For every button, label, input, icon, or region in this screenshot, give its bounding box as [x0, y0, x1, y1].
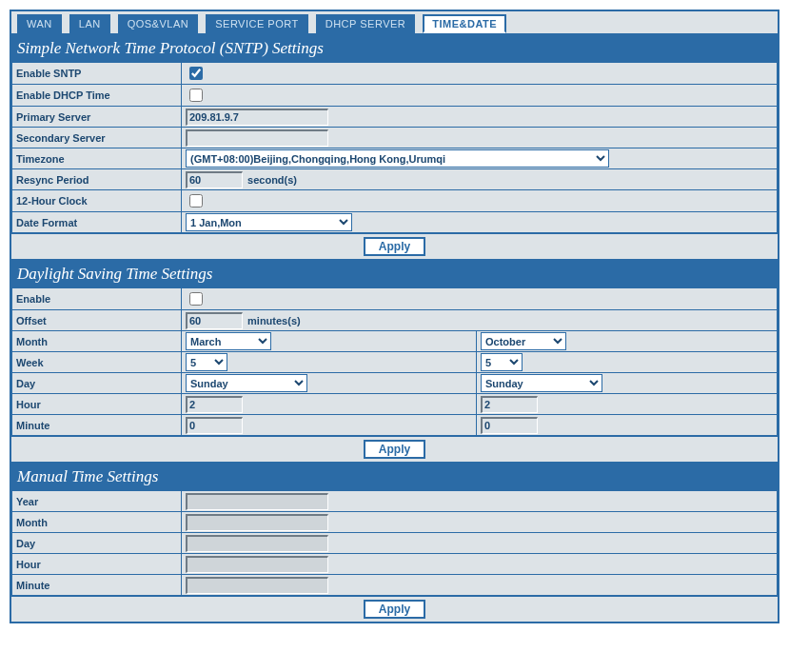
- manual-header: Manual Time Settings: [11, 462, 778, 490]
- manual-table: Year Month Day Hour Minute: [11, 490, 778, 596]
- manual-day-input[interactable]: [186, 535, 328, 552]
- dst-week-label: Week: [12, 352, 182, 373]
- hour12-label: 12-Hour Clock: [12, 190, 182, 212]
- dst-minute-label: Minute: [12, 415, 182, 436]
- resync-suffix: second(s): [247, 174, 297, 186]
- manual-year-input[interactable]: [186, 493, 328, 510]
- sntp-apply-button[interactable]: Apply: [364, 237, 425, 256]
- sntp-button-row: Apply: [11, 233, 778, 259]
- dst-hour-label: Hour: [12, 394, 182, 415]
- manual-button-row: Apply: [11, 596, 778, 622]
- dst-enable-label: Enable: [12, 288, 182, 310]
- secondary-server-label: Secondary Server: [12, 128, 182, 148]
- hour12-checkbox[interactable]: [189, 194, 203, 208]
- manual-apply-button[interactable]: Apply: [364, 600, 425, 619]
- sntp-table: Enable SNTP Enable DHCP Time Primary Ser…: [11, 62, 778, 233]
- manual-year-label: Year: [12, 491, 182, 512]
- dst-week-start-select[interactable]: 5: [186, 353, 227, 371]
- dst-day-start-select[interactable]: Sunday: [186, 374, 307, 392]
- tab-dhcpserver[interactable]: DHCP SERVER: [316, 14, 416, 33]
- dst-header: Daylight Saving Time Settings: [11, 259, 778, 287]
- dst-table: Enable Offset minutes(s) Month March Oct…: [11, 287, 778, 436]
- manual-hour-input[interactable]: [186, 556, 328, 573]
- dst-month-label: Month: [12, 331, 182, 352]
- resync-input[interactable]: [186, 171, 243, 188]
- dst-day-label: Day: [12, 373, 182, 394]
- dst-hour-start-input[interactable]: [186, 396, 243, 413]
- manual-month-label: Month: [12, 512, 182, 533]
- date-format-select[interactable]: 1 Jan,Mon: [186, 213, 352, 231]
- dst-hour-end-input[interactable]: [481, 396, 538, 413]
- timezone-select[interactable]: (GMT+08:00)Beijing,Chongqing,Hong Kong,U…: [186, 149, 609, 168]
- tab-qosvlan[interactable]: QOS&VLAN: [118, 14, 199, 33]
- dst-month-end-select[interactable]: October: [481, 332, 566, 350]
- dst-minute-start-input[interactable]: [186, 417, 243, 434]
- dst-month-start-select[interactable]: March: [186, 332, 271, 350]
- timezone-label: Timezone: [12, 148, 182, 169]
- page-container: WAN LAN QOS&VLAN SERVICE PORT DHCP SERVE…: [10, 10, 779, 623]
- enable-sntp-label: Enable SNTP: [12, 63, 182, 85]
- manual-hour-label: Hour: [12, 554, 182, 575]
- manual-minute-input[interactable]: [186, 577, 328, 594]
- manual-month-input[interactable]: [186, 514, 328, 531]
- tab-bar: WAN LAN QOS&VLAN SERVICE PORT DHCP SERVE…: [11, 11, 778, 33]
- manual-minute-label: Minute: [12, 575, 182, 596]
- enable-sntp-checkbox[interactable]: [189, 67, 203, 80]
- enable-dhcp-time-label: Enable DHCP Time: [12, 85, 182, 107]
- dst-button-row: Apply: [11, 436, 778, 462]
- tab-timedate[interactable]: TIME&DATE: [423, 14, 506, 33]
- resync-label: Resync Period: [12, 169, 182, 190]
- dst-day-end-select[interactable]: Sunday: [481, 374, 602, 392]
- enable-dhcp-time-checkbox[interactable]: [189, 89, 203, 102]
- dst-minute-end-input[interactable]: [481, 417, 538, 434]
- dst-apply-button[interactable]: Apply: [364, 440, 425, 459]
- primary-server-input[interactable]: [186, 109, 328, 126]
- dst-week-end-select[interactable]: 5: [481, 353, 523, 371]
- secondary-server-input[interactable]: [186, 129, 328, 147]
- sntp-header: Simple Network Time Protocol (SNTP) Sett…: [11, 33, 778, 62]
- tab-wan[interactable]: WAN: [17, 14, 62, 33]
- tab-lan[interactable]: LAN: [69, 14, 110, 33]
- primary-server-label: Primary Server: [12, 107, 182, 128]
- dst-offset-input[interactable]: [186, 312, 243, 329]
- tab-serviceport[interactable]: SERVICE PORT: [206, 14, 308, 33]
- dst-enable-checkbox[interactable]: [189, 292, 203, 306]
- manual-day-label: Day: [12, 533, 182, 554]
- date-format-label: Date Format: [12, 212, 182, 233]
- dst-offset-label: Offset: [12, 310, 182, 331]
- dst-offset-suffix: minutes(s): [247, 315, 301, 326]
